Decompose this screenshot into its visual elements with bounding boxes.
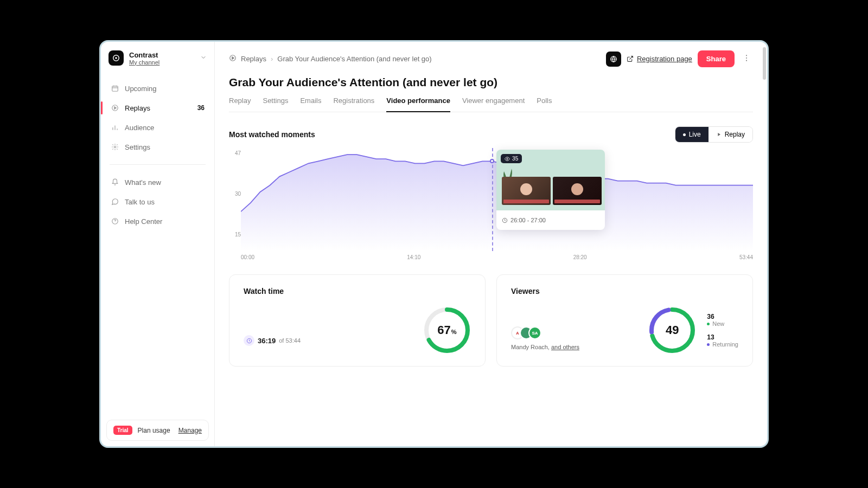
viewer-total: 49: [648, 306, 696, 354]
legend-dot-icon: [707, 323, 710, 325]
chat-icon: [111, 197, 119, 206]
svg-point-10: [746, 60, 747, 61]
live-dot-icon: [683, 133, 686, 136]
trial-badge: Trial: [113, 426, 132, 435]
nav-audience[interactable]: Audience: [101, 118, 214, 137]
workspace-logo: [108, 50, 124, 66]
breadcrumb: Replays › Grab Your Audience's Attention…: [229, 54, 432, 63]
gear-icon: [111, 143, 119, 151]
nav-label: Replays: [125, 104, 150, 112]
svg-rect-2: [112, 86, 118, 91]
external-link-icon: [627, 55, 634, 62]
chart-hover-dot: [490, 159, 494, 163]
viewer-count-badge: 35: [501, 154, 522, 163]
nav-label: What's new: [125, 178, 161, 187]
primary-nav: Upcoming Replays 36 Audience Settings Wh…: [101, 74, 214, 235]
legend-dot-icon: [707, 343, 710, 346]
watch-total: 53:44: [286, 337, 301, 344]
tabs: Replay Settings Emails Registrations Vid…: [229, 97, 753, 112]
tab-registrations[interactable]: Registrations: [333, 97, 374, 112]
tab-polls[interactable]: Polls: [537, 97, 552, 112]
globe-button[interactable]: [606, 52, 621, 67]
watch-percent: 67: [437, 323, 450, 337]
nav-talk-to-us[interactable]: Talk to us: [101, 192, 214, 211]
y-tick: 47: [229, 150, 241, 156]
nav-replays[interactable]: Replays 36: [101, 98, 214, 118]
toggle-replay[interactable]: Replay: [709, 127, 752, 142]
sidebar: Contrast My channel Upcoming Replays 36 …: [101, 42, 215, 446]
stat-cards: Watch time 36:19 of 53:44: [229, 274, 753, 367]
y-tick: 30: [229, 191, 241, 197]
legend-new-count: 36: [707, 313, 738, 320]
speakers-preview: [502, 177, 602, 205]
registration-page-link[interactable]: Registration page: [627, 55, 692, 63]
toggle-replay-label: Replay: [725, 131, 745, 138]
viewer-names: Mandy Roach, and others: [511, 344, 637, 350]
tab-viewer-engagement[interactable]: Viewer engagement: [462, 97, 525, 112]
nav-help-center[interactable]: Help Center: [101, 211, 214, 231]
tab-settings[interactable]: Settings: [263, 97, 288, 112]
chart-area[interactable]: 35 26:00 - 27:00: [241, 148, 753, 251]
plan-usage-label: Plan usage: [138, 427, 170, 434]
breadcrumb-sep: ›: [271, 55, 273, 63]
view-toggle: Live Replay: [675, 126, 753, 143]
scrollbar[interactable]: [763, 47, 766, 441]
svg-point-4: [114, 146, 116, 148]
tab-replay[interactable]: Replay: [229, 97, 251, 112]
workspace-switcher[interactable]: Contrast My channel: [101, 42, 214, 74]
clock-icon: [502, 217, 508, 223]
watch-percent-ring: 67%: [423, 306, 471, 354]
workspace-name: Contrast: [129, 51, 195, 59]
viewers-legend: 36 New 13 Returning: [707, 313, 738, 348]
nav-label: Audience: [125, 124, 154, 132]
x-tick: 14:10: [407, 254, 420, 260]
nav-label: Settings: [125, 143, 150, 151]
viewer-others-link[interactable]: and others: [551, 344, 579, 350]
x-tick: 00:00: [241, 254, 254, 260]
tooltip-time-label: 26:00 - 27:00: [510, 217, 546, 223]
main: Replays › Grab Your Audience's Attention…: [215, 42, 767, 446]
viewer-avatars: A SA: [511, 326, 637, 339]
tab-emails[interactable]: Emails: [300, 97, 321, 112]
workspace-subtitle[interactable]: My channel: [129, 59, 195, 66]
nav-label: Help Center: [125, 217, 162, 226]
viewer-sample-name: Mandy Roach,: [511, 344, 550, 350]
divider: [110, 164, 206, 165]
breadcrumb-root[interactable]: Replays: [241, 55, 266, 63]
manage-link[interactable]: Manage: [178, 427, 202, 434]
card-title: Viewers: [511, 287, 738, 296]
toggle-live-label: Live: [689, 131, 701, 138]
tab-video-performance[interactable]: Video performance: [386, 97, 450, 112]
eye-icon: [505, 156, 510, 162]
more-icon[interactable]: [740, 52, 753, 67]
share-button[interactable]: Share: [698, 50, 735, 67]
y-tick: 15: [229, 232, 241, 237]
nav-count: 36: [197, 104, 205, 112]
content: Grab Your Audience's Attention (and neve…: [215, 76, 767, 377]
viewers-card: Viewers A SA Mandy Roach, and others: [496, 274, 753, 367]
chart-y-axis: 47 30 15: [229, 148, 241, 247]
chart-x-axis: 00:00 14:10 28:20 53:44: [241, 254, 753, 260]
watch-of: of: [279, 337, 284, 344]
x-tick: 28:20: [573, 254, 587, 260]
chart-tooltip: 35 26:00 - 27:00: [496, 150, 605, 230]
nav-whats-new[interactable]: What's new: [101, 172, 214, 192]
moments-chart: 47 30 15 35: [229, 148, 753, 260]
toggle-live[interactable]: Live: [675, 127, 709, 142]
play-circle-icon: [229, 54, 237, 63]
registration-label: Registration page: [637, 55, 692, 63]
speaker-tile: [553, 177, 602, 205]
svg-point-8: [746, 55, 747, 56]
play-circle-icon: [111, 104, 119, 112]
nav-upcoming[interactable]: Upcoming: [101, 79, 214, 98]
nav-settings[interactable]: Settings: [101, 137, 214, 157]
watch-time-card: Watch time 36:19 of 53:44: [229, 274, 486, 367]
tooltip-count: 35: [512, 156, 518, 162]
nav-label: Upcoming: [125, 85, 157, 93]
breadcrumb-current: Grab Your Audience's Attention (and neve…: [277, 55, 431, 63]
svg-point-11: [507, 158, 508, 159]
chevron-down-icon: [200, 53, 207, 63]
bell-icon: [111, 178, 119, 187]
viewers-ring: 49: [648, 306, 696, 354]
play-icon: [716, 132, 722, 137]
